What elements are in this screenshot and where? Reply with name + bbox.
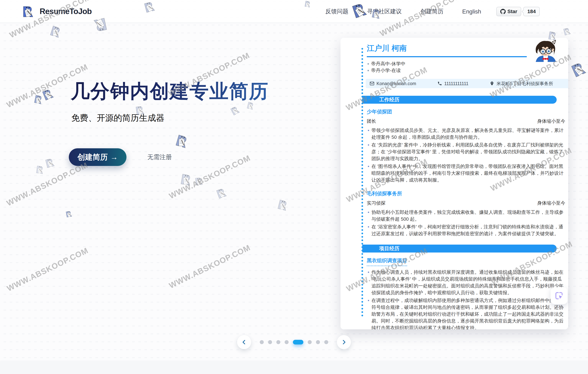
arrow-right-icon: → bbox=[110, 153, 118, 162]
github-star-count[interactable]: 184 bbox=[523, 7, 540, 16]
nav-item-create-resume[interactable]: 创建简历 bbox=[420, 8, 443, 15]
carousel-dot[interactable] bbox=[285, 340, 289, 344]
section-header-work: 工作经历 bbox=[362, 96, 557, 104]
resume-preview-card: 江户川 柯南 帝丹高中-休学中 帝丹小学-在读 bbox=[340, 38, 568, 329]
resumetojob-logo-icon bbox=[21, 4, 36, 19]
mascot-logo-decoration bbox=[194, 175, 205, 187]
email-icon bbox=[370, 81, 374, 86]
work-bullet: 带领少年侦探团成员步美、元太、光彦及灰原哀，解决各类儿童失踪、寻宝解谜等案件，累… bbox=[367, 127, 565, 141]
project-entry: 黑衣组织调查项目 作为核心调查人员，持续对黑衣组织展开深度调查。通过收集组织成员… bbox=[367, 257, 565, 329]
resume-contact-bar: Konan@konan.com 11111111111 米花町5丁目毛利侦探事务… bbox=[366, 79, 568, 88]
mascot-logo-decoration bbox=[173, 132, 192, 151]
brand-name: ResumeToJob bbox=[40, 7, 92, 16]
carousel-dots bbox=[260, 340, 328, 344]
phone-icon bbox=[437, 81, 442, 86]
work-role: 团长 bbox=[367, 118, 376, 124]
github-star-label: Star bbox=[507, 9, 517, 14]
carousel-dot[interactable] bbox=[260, 340, 264, 344]
education-item: 帝丹小学-在读 bbox=[367, 67, 565, 74]
work-bullet: 协助毛利小五郎处理各类案件，独立完成线索收集、嫌疑人调查、现场勘查等工作，主导或… bbox=[367, 209, 565, 222]
carousel-dot[interactable] bbox=[268, 340, 272, 344]
mascot-logo-decoration bbox=[43, 156, 57, 169]
mascot-logo-decoration bbox=[48, 23, 65, 40]
carousel-dot[interactable] bbox=[308, 340, 312, 344]
github-icon bbox=[500, 9, 506, 14]
contact-phone: 11111111111 bbox=[437, 81, 468, 86]
resume-name-underline bbox=[367, 56, 527, 57]
work-bullet-list: 带领少年侦探团成员步美、元太、光彦及灰原哀，解决各类儿童失踪、寻宝解谜等案件，累… bbox=[367, 127, 565, 183]
next-section-band bbox=[0, 361, 588, 374]
navbar: ResumeToJob 反馈问题 寻求社区建议 创建简历 English Sta… bbox=[0, 0, 588, 23]
work-company: 少年侦探团 bbox=[367, 108, 565, 115]
resume-education-list: 帝丹高中-休学中 帝丹小学-在读 bbox=[367, 61, 565, 74]
carousel-dot[interactable] bbox=[316, 340, 320, 344]
mascot-logo-decoration bbox=[179, 171, 195, 188]
nav-item-language-english[interactable]: English bbox=[462, 8, 481, 15]
carousel-prev-button[interactable] bbox=[237, 335, 251, 349]
hero-title: 几分钟内创建专业简历 bbox=[71, 79, 269, 104]
work-entry: 少年侦探团 团长 身体缩小至今 带领少年侦探团成员步美、元太、光彦及灰原哀，解决… bbox=[367, 108, 565, 183]
create-resume-label: 创建简历 bbox=[77, 152, 108, 162]
conan-avatar bbox=[534, 40, 557, 62]
create-resume-button[interactable]: 创建简历 → bbox=[69, 148, 126, 166]
carousel-dot-active[interactable] bbox=[293, 340, 303, 344]
location-pin-icon bbox=[490, 81, 494, 86]
mascot-logo-decoration bbox=[568, 58, 588, 80]
mascot-logo-decoration bbox=[65, 209, 74, 219]
site-watermark: WWW.ABSKOOP.COM bbox=[168, 243, 252, 290]
mascot-logo-decoration bbox=[32, 93, 45, 106]
chevron-left-icon bbox=[242, 339, 247, 345]
carousel-next-button[interactable] bbox=[337, 335, 351, 349]
mascot-logo-decoration bbox=[276, 197, 291, 213]
work-bullet: 在 '浴室密室杀人事件' 中，柯南对密室进行细致分析，注意到门锁的特殊构造和水渍… bbox=[367, 223, 565, 237]
mascot-logo-decoration bbox=[562, 26, 573, 37]
mascot-logo-decoration bbox=[40, 85, 57, 102]
hero-cta-row: 创建简历 → 无需注册 bbox=[69, 148, 172, 166]
project-name: 黑衣组织调查项目 bbox=[367, 257, 565, 266]
template-carousel bbox=[0, 335, 588, 349]
section-header-projects: 项目经历 bbox=[362, 245, 557, 253]
work-bullet-list: 协助毛利小五郎处理各类案件，独立完成线索收集、嫌疑人调查、现场勘查等工作，主导或… bbox=[367, 209, 565, 237]
floating-extension-button[interactable] bbox=[551, 287, 567, 304]
nav-links: 反馈问题 寻求社区建议 创建简历 English Star 184 bbox=[325, 0, 540, 23]
work-bullet: 在 '失踪的光彦' 案件中，冷静分析线索，利用团队成员各自优势，在废弃工厂找到被… bbox=[367, 142, 565, 162]
contact-address: 米花町5丁目毛利侦探事务所 bbox=[490, 81, 553, 87]
chevron-right-icon bbox=[341, 339, 346, 345]
site-watermark: WWW.ABSKOOP.COM bbox=[5, 161, 89, 208]
project-bullet: 作为核心调查人员，持续对黑衣组织展开深度调查。通过收集组织成员遗留的蛛丝马迹，如… bbox=[367, 269, 565, 296]
work-entry: 毛利侦探事务所 实习侦探 身体缩小至今 协助毛利小五郎处理各类案件，独立完成线索… bbox=[367, 190, 565, 237]
nav-item-feedback[interactable]: 反馈问题 bbox=[325, 8, 348, 15]
cursor-click-icon bbox=[554, 291, 564, 300]
resume-dotted-border bbox=[361, 47, 363, 318]
mascot-logo-decoration bbox=[214, 185, 230, 201]
carousel-dot[interactable] bbox=[324, 340, 328, 344]
mascot-logo-decoration bbox=[35, 164, 46, 175]
brand-logo[interactable]: ResumeToJob bbox=[21, 4, 92, 19]
resume-photo bbox=[534, 40, 557, 62]
contact-email: Konan@konan.com bbox=[370, 81, 416, 86]
no-registration-note: 无需注册 bbox=[147, 153, 172, 161]
project-bullet: 在调查过程中，成功破解组织内部使用的多种加密通讯方式，例如通过分析组织邮件中的特… bbox=[367, 297, 565, 329]
carousel-dot[interactable] bbox=[276, 340, 280, 344]
github-star-button[interactable]: Star bbox=[496, 7, 521, 16]
project-bullet-list: 作为核心调查人员，持续对黑衣组织展开深度调查。通过收集组织成员遗留的蛛丝马迹，如… bbox=[367, 269, 565, 329]
site-watermark: WWW.ABSKOOP.COM bbox=[5, 246, 90, 293]
site-watermark: WWW.ABSKOOP.COM bbox=[168, 153, 252, 201]
work-company: 毛利侦探事务所 bbox=[367, 190, 565, 197]
mascot-logo-decoration bbox=[228, 103, 242, 117]
work-bullet: 在 '图书馆杀人事件' 中，发现图书馆管理员的异常举动，带领团队在深夜潜入图书馆… bbox=[367, 163, 565, 183]
work-period: 身体缩小至今 bbox=[537, 200, 565, 206]
nav-item-community-advice[interactable]: 寻求社区建议 bbox=[367, 8, 402, 15]
work-role: 实习侦探 bbox=[367, 200, 386, 206]
work-period: 身体缩小至今 bbox=[537, 118, 565, 124]
hero-subtitle: 免费、开源的简历生成器 bbox=[71, 112, 165, 124]
github-star-widget: Star 184 bbox=[496, 7, 540, 16]
